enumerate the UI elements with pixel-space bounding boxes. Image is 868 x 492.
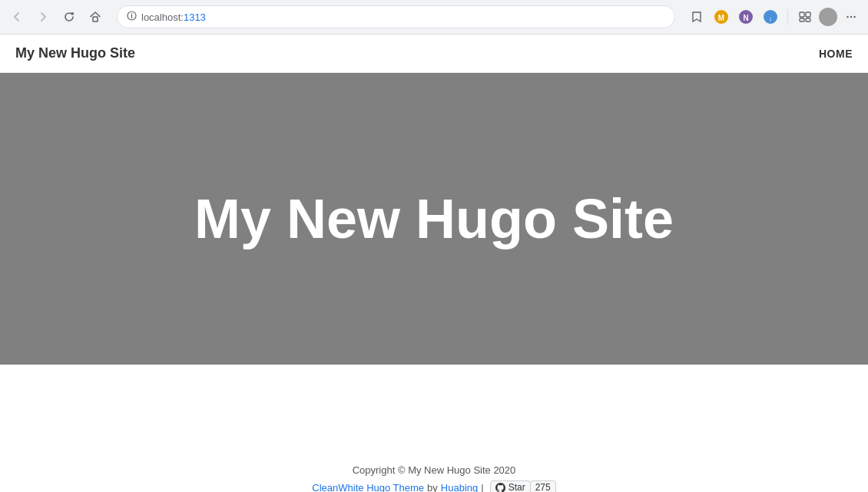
svg-rect-10 xyxy=(800,12,804,17)
svg-rect-12 xyxy=(800,18,804,21)
nav-links: HOME xyxy=(819,48,853,60)
hero-section: My New Hugo Site xyxy=(0,73,868,365)
footer-by-text: by xyxy=(427,482,438,493)
profile-avatar[interactable] xyxy=(819,8,837,26)
forward-button[interactable] xyxy=(32,6,54,28)
nav-home-link[interactable]: HOME xyxy=(819,48,853,60)
footer-separator: | xyxy=(481,482,483,493)
site-logo[interactable]: My New Hugo Site xyxy=(15,45,135,61)
url-text: localhost:1313 xyxy=(141,12,665,23)
ext-icon-3[interactable]: ↓ xyxy=(760,6,781,28)
star-count: 275 xyxy=(530,480,556,492)
svg-text:↓: ↓ xyxy=(769,15,773,22)
content-area xyxy=(0,365,868,441)
svg-rect-0 xyxy=(93,17,98,21)
footer-copyright: Copyright © My New Hugo Site 2020 xyxy=(15,464,853,476)
info-icon xyxy=(127,11,137,23)
browser-chrome: localhost:1313 M N ↓ xyxy=(0,0,868,35)
svg-point-16 xyxy=(853,16,855,18)
hero-title: My New Hugo Site xyxy=(194,187,674,250)
browser-actions: M N ↓ xyxy=(686,6,862,28)
ext-icon-1[interactable]: M xyxy=(711,6,732,28)
more-button[interactable] xyxy=(840,6,862,28)
back-button[interactable] xyxy=(6,6,28,28)
author-link[interactable]: Huabing xyxy=(441,482,478,493)
ext-icon-2[interactable]: N xyxy=(735,6,757,28)
footer: Copyright © My New Hugo Site 2020 CleanW… xyxy=(0,441,868,492)
bookmark-button[interactable] xyxy=(686,6,707,28)
svg-rect-11 xyxy=(806,12,810,17)
svg-point-15 xyxy=(850,16,852,18)
theme-link[interactable]: CleanWhite Hugo Theme xyxy=(312,482,424,493)
svg-text:N: N xyxy=(743,14,748,22)
svg-point-14 xyxy=(846,16,848,18)
svg-rect-13 xyxy=(806,18,810,21)
refresh-button[interactable] xyxy=(58,6,80,28)
github-star-button[interactable]: Star xyxy=(490,480,531,492)
toolbar-divider xyxy=(787,9,788,25)
home-button[interactable] xyxy=(84,6,106,28)
collections-button[interactable] xyxy=(794,6,816,28)
svg-point-3 xyxy=(131,13,132,14)
star-label: Star xyxy=(509,482,525,492)
address-bar[interactable]: localhost:1313 xyxy=(117,5,675,28)
footer-theme-line: CleanWhite Hugo Theme by Huabing | Star … xyxy=(15,480,853,492)
site-navigation: My New Hugo Site HOME xyxy=(0,35,868,73)
svg-text:M: M xyxy=(718,14,724,22)
